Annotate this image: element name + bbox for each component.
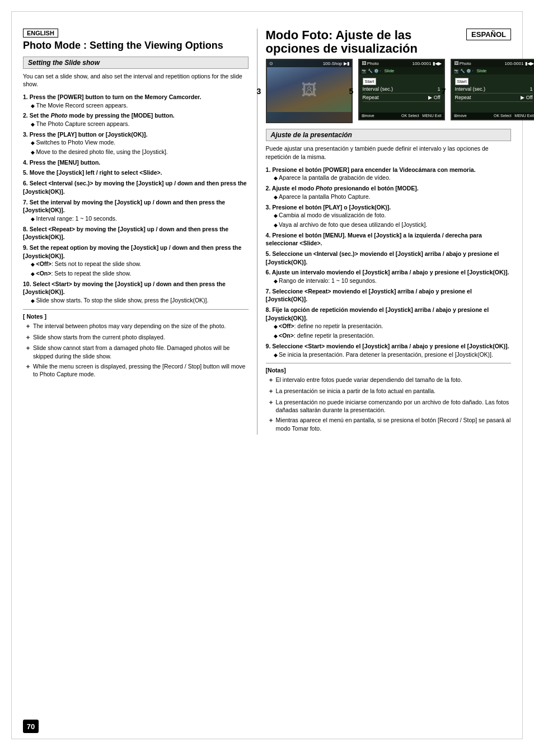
es-step-3: 3. Presione el botón [PLAY] o [Joystick(…: [266, 203, 511, 229]
step-3: 3. Press the [PLAY] button or [Joystick(…: [23, 130, 249, 156]
screen-5: 🖼 Photo 100-0001 ▮◀▶ 📷🔧⚙️· Slide Start I…: [358, 59, 445, 120]
notes-title: [ Notes ]: [23, 313, 249, 320]
note-4: ✦ While the menu screen is displayed, pr…: [23, 362, 249, 379]
screen-3-wrapper: 3 ⊙ 100-Shop ▶▮ 🖼: [266, 59, 353, 123]
es-step-7: 7. Seleccione <Repeat> moviendo el [Joys…: [266, 287, 511, 304]
left-text: You can set a slide show, and also set t…: [23, 72, 249, 381]
screen-7: 🖼 Photo 100-0001 ▮◀▶ 📷🔧⚙️· Slide Start I…: [451, 59, 534, 120]
step-5: 5. Move the [Joystick] left / right to s…: [23, 169, 249, 177]
es-step-6: 6. Ajuste un intervalo moviendo el [Joys…: [266, 268, 511, 284]
step-9: 9. Set the repeat option by moving the […: [23, 244, 249, 278]
spanish-intro: Puede ajustar una presentación y también…: [266, 144, 511, 161]
step-6: 6. Select <Interval (sec.)> by moving th…: [23, 179, 249, 195]
es-step-1: 1. Presione el botón [POWER] para encend…: [266, 166, 511, 182]
notes-section: [ Notes ] ✦ The interval between photos …: [23, 309, 249, 379]
spanish-subsection-header: Ajuste de la presentación: [266, 129, 511, 141]
screen-7-label: 7: [442, 87, 446, 96]
es-note-2: ✦ La presentación se inicia a partir de …: [266, 387, 511, 396]
left-content-wrap: You can set a slide show, and also set t…: [23, 72, 249, 381]
note-1: ✦ The interval between photos may vary d…: [23, 322, 249, 332]
screen-5-label: 5: [349, 87, 354, 96]
english-intro: You can set a slide show, and also set t…: [23, 72, 249, 88]
note-3: ✦ Slide show cannot start from a damaged…: [23, 344, 249, 360]
step-4: 4. Press the [MENU] button.: [23, 158, 249, 167]
es-note-1: ✦ El intervalo entre fotos puede variar …: [266, 376, 511, 385]
screen-3: ⊙ 100-Shop ▶▮ 🖼: [266, 59, 353, 123]
es-note-3: ✦ La presentación no puede iniciarse com…: [266, 398, 511, 414]
es-step-5: 5. Seleccione un <Interval (sec.)> movie…: [266, 250, 511, 266]
es-note-4: ✦ Mientras aparece el menú en pantalla, …: [266, 416, 511, 432]
step-2: 2. Set the Photo mode by pressing the [M…: [23, 111, 249, 128]
es-step-2: 2. Ajuste el modo Photo presionando el b…: [266, 184, 511, 200]
english-steps: 1. Press the [POWER] button to turn on t…: [23, 93, 249, 305]
spanish-header: Modo Foto: Ajuste de lasopciones de visu…: [266, 29, 511, 55]
screen-5-wrapper: 5 🖼 Photo 100-0001 ▮◀▶ 📷🔧⚙️· Slide Start: [358, 59, 445, 123]
step-8: 8. Select <Repeat> by moving the [Joysti…: [23, 225, 249, 241]
es-step-4: 4. Presione el botón [MENU]. Mueva el [J…: [266, 231, 511, 248]
spanish-steps: 1. Presione el botón [POWER] para encend…: [266, 166, 511, 358]
es-step-8: 8. Fije la opción de repetición moviendo…: [266, 306, 511, 340]
english-subsection-header: Setting the Slide show: [23, 57, 249, 69]
step-7: 7. Set the interval by moving the [Joyst…: [23, 198, 249, 223]
spanish-badge: ESPAÑOL: [466, 29, 511, 40]
screen-3-label: 3: [257, 87, 261, 96]
screen-images-row: 3 ⊙ 100-Shop ▶▮ 🖼 5: [266, 59, 511, 123]
screen-7-wrapper: 7 🖼 Photo 100-0001 ▮◀▶ 📷🔧⚙️· Slide Start: [451, 59, 534, 123]
two-columns: ENGLISH Photo Mode : Setting the Viewing…: [23, 29, 511, 435]
spanish-notes-section: [Notas] ✦ El intervalo entre fotos puede…: [266, 363, 511, 432]
page-container: ENGLISH Photo Mode : Setting the Viewing…: [11, 11, 523, 739]
english-lang-badge: ENGLISH: [23, 29, 249, 40]
english-badge: ENGLISH: [23, 29, 58, 38]
step-10: 10. Select <Start> by moving the [Joysti…: [23, 280, 249, 305]
spanish-column: Modo Foto: Ajuste de lasopciones de visu…: [257, 29, 511, 435]
es-step-9: 9. Seleccione <Start> moviendo el [Joyst…: [266, 342, 511, 358]
english-section-title: Photo Mode : Setting the Viewing Options: [23, 40, 249, 52]
spanish-notes-title: [Notas]: [266, 367, 511, 374]
note-2: ✦ Slide show starts from the current pho…: [23, 333, 249, 343]
step-1: 1. Press the [POWER] button to turn on t…: [23, 93, 249, 109]
page-number: 70: [23, 720, 39, 733]
english-column: ENGLISH Photo Mode : Setting the Viewing…: [23, 29, 257, 435]
spanish-section-title: Modo Foto: Ajuste de lasopciones de visu…: [266, 29, 418, 55]
